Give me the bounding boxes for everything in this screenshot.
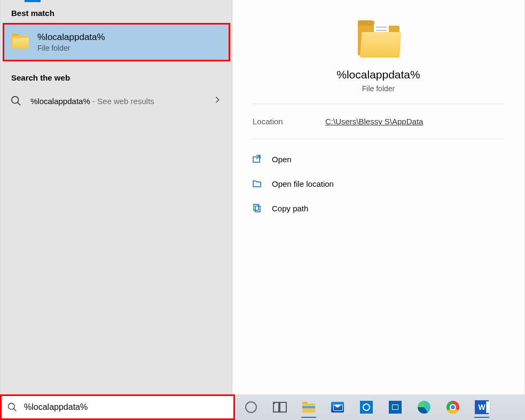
copy-path-action[interactable]: Copy path (247, 196, 510, 220)
svg-point-0 (12, 97, 19, 104)
svg-rect-5 (255, 206, 260, 212)
taskbar-search[interactable] (0, 394, 235, 420)
copy-icon (252, 203, 262, 213)
chrome-icon[interactable] (442, 397, 464, 418)
location-row: Location C:\Users\Blessy S\AppData (253, 104, 504, 139)
best-match-result[interactable]: %localappdata% File folder (3, 23, 230, 61)
chevron-right-icon (214, 96, 221, 106)
folder-icon (358, 20, 399, 59)
app-tile-icon[interactable] (385, 397, 406, 418)
taskbar: W (0, 394, 525, 420)
task-view-icon[interactable] (269, 397, 291, 418)
preview-pane: %localappdata% File folder Location C:\U… (232, 0, 525, 394)
open-action[interactable]: Open (247, 147, 510, 171)
open-icon (252, 154, 262, 164)
file-explorer-icon[interactable] (298, 397, 319, 418)
search-icon (7, 402, 18, 413)
open-label: Open (272, 155, 292, 164)
location-value[interactable]: C:\Users\Blessy S\AppData (325, 117, 423, 126)
preview-subtitle: File folder (253, 84, 504, 93)
location-label: Location (253, 117, 325, 126)
search-input[interactable] (24, 402, 229, 412)
open-location-label: Open file location (272, 179, 334, 188)
preview-title: %localappdata% (253, 68, 504, 81)
edge-icon[interactable] (413, 397, 435, 418)
folder-location-icon (252, 178, 262, 189)
svg-line-1 (18, 102, 21, 106)
copy-path-label: Copy path (272, 204, 308, 213)
open-location-action[interactable]: Open file location (247, 171, 510, 196)
search-web-heading: Search the web (1, 67, 232, 88)
word-icon[interactable]: W (471, 397, 492, 418)
cortana-icon[interactable] (240, 397, 262, 418)
svg-point-6 (9, 403, 15, 410)
result-title: %localappdata% (37, 32, 105, 43)
result-subtitle: File folder (37, 44, 105, 52)
search-icon (10, 95, 22, 107)
svg-line-7 (14, 409, 17, 411)
svg-rect-2 (253, 157, 260, 162)
dell-icon[interactable] (356, 397, 377, 418)
web-search-result[interactable]: %localappdata% - See web results (1, 88, 232, 114)
folder-icon (12, 34, 29, 51)
mail-icon[interactable] (327, 397, 348, 418)
web-result-title: %localappdata% (30, 97, 90, 106)
search-results-pane: Best match %localappdata% File folder Se… (0, 0, 232, 394)
best-match-heading: Best match (1, 2, 232, 23)
svg-rect-4 (254, 204, 258, 210)
filter-tab-strip (1, 0, 232, 2)
web-result-suffix: - See web results (90, 97, 154, 106)
